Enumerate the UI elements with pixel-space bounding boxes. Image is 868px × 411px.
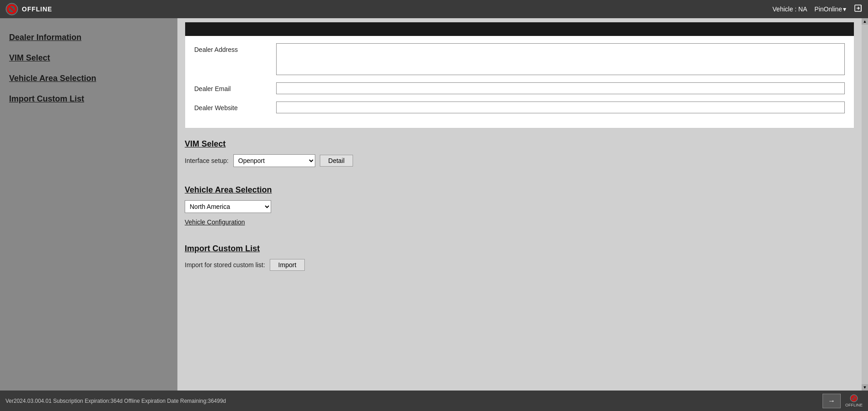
bottom-bar: Ver2024.03.004.01 Subscription Expiratio… — [0, 391, 868, 411]
header-bar: OFFLINE Vehicle : NA PinOnline ▾ — [0, 0, 868, 18]
interface-setup-row: Interface setup: Openport Other Detail — [185, 154, 854, 167]
import-section: Import for stored custom list: Import — [177, 259, 862, 282]
bottom-offline-logo: OFFLINE — [845, 394, 863, 407]
next-button[interactable]: → — [823, 394, 841, 408]
content-area: Dealer Address Dealer Email Dealer Websi… — [177, 18, 862, 391]
scroll-up-arrow[interactable]: ▲ — [862, 18, 868, 25]
vehicle-label: Vehicle : NA — [772, 5, 807, 13]
next-arrow-icon: → — [828, 397, 835, 405]
vehicle-area-heading: Vehicle Area Selection — [185, 185, 854, 195]
bottom-right: → OFFLINE — [823, 394, 863, 408]
dealer-website-row: Dealer Website — [194, 101, 845, 113]
sidebar-item-vim-select[interactable]: VIM Select — [7, 48, 170, 68]
dealer-address-row: Dealer Address — [194, 43, 845, 75]
import-custom-list-heading: Import Custom List — [185, 244, 854, 254]
vim-select-heading: VIM Select — [185, 139, 854, 149]
dealer-address-label: Dealer Address — [194, 43, 267, 53]
dealer-email-input[interactable] — [276, 82, 845, 94]
header-right: Vehicle : NA PinOnline ▾ — [772, 4, 863, 15]
header-left: OFFLINE — [5, 3, 52, 15]
dealer-info-card: Dealer Address Dealer Email Dealer Websi… — [185, 22, 854, 128]
bottom-offline-text: OFFLINE — [845, 403, 863, 407]
scroll-down-arrow[interactable]: ▼ — [862, 384, 868, 391]
sidebar-item-vehicle-area-selection[interactable]: Vehicle Area Selection — [7, 68, 170, 89]
interface-setup-select[interactable]: Openport Other — [233, 154, 315, 167]
dealer-address-input[interactable] — [276, 43, 845, 75]
dealer-website-label: Dealer Website — [194, 101, 267, 112]
dealer-email-row: Dealer Email — [194, 82, 845, 94]
vehicle-configuration-link[interactable]: Vehicle Configuration — [185, 218, 245, 226]
dealer-website-input[interactable] — [276, 101, 845, 113]
main-layout: Dealer Information VIM Select Vehicle Ar… — [0, 18, 868, 391]
area-select[interactable]: North America Europe Japan Other — [185, 200, 271, 213]
vim-select-section: Interface setup: Openport Other Detail — [177, 154, 862, 174]
app-logo — [5, 3, 18, 15]
sidebar: Dealer Information VIM Select Vehicle Ar… — [0, 18, 177, 391]
detail-button[interactable]: Detail — [320, 155, 353, 167]
scrollbar-thumb[interactable] — [862, 25, 868, 384]
import-label: Import for stored custom list: — [185, 261, 265, 269]
vehicle-area-section: North America Europe Japan Other Vehicle… — [177, 200, 862, 233]
dealer-email-label: Dealer Email — [194, 82, 267, 92]
version-text: Ver2024.03.004.01 Subscription Expiratio… — [5, 398, 226, 404]
sidebar-item-dealer-information[interactable]: Dealer Information — [7, 27, 170, 48]
interface-setup-label: Interface setup: — [185, 157, 229, 164]
export-icon[interactable] — [853, 4, 863, 15]
sidebar-item-import-custom-list[interactable]: Import Custom List — [7, 89, 170, 109]
import-row: Import for stored custom list: Import — [185, 259, 854, 271]
card-body: Dealer Address Dealer Email Dealer Websi… — [185, 36, 854, 128]
card-header — [185, 22, 854, 36]
right-scrollbar: ▲ ▼ — [862, 18, 868, 391]
import-button[interactable]: Import — [270, 259, 305, 271]
pinonline-dropdown[interactable]: PinOnline ▾ — [814, 5, 846, 13]
offline-label: OFFLINE — [22, 5, 52, 13]
